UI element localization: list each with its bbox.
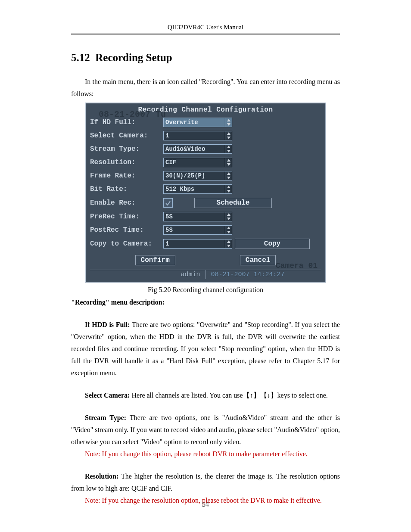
para-select-camera-text: Here all channels are listed. You can us…	[130, 392, 327, 399]
label-select-camera: Select Camera:	[90, 132, 163, 140]
spinner-icon[interactable]	[225, 240, 232, 248]
footer-datetime-text: 08-21-2007 14:24:27	[211, 271, 285, 278]
intro-paragraph: In the main menu, there is an icon calle…	[71, 76, 340, 100]
select-prerec[interactable]: 5S	[163, 212, 232, 221]
spinner-icon[interactable]	[225, 171, 232, 180]
para-stream-type-label: Stream Type:	[85, 414, 126, 421]
svg-marker-4	[227, 146, 230, 148]
svg-marker-9	[227, 177, 230, 179]
svg-marker-6	[227, 159, 230, 162]
svg-marker-15	[227, 231, 230, 233]
label-frame-rate: Frame Rate:	[90, 172, 163, 180]
note-stream-type: Note: If you change this option, please …	[71, 448, 340, 460]
check-icon	[165, 200, 171, 206]
label-stream-type: Stream Type:	[90, 145, 163, 153]
row-prerec: PreRec Time: 5S	[90, 212, 321, 221]
spinner-icon[interactable]	[225, 131, 232, 140]
overlay-date: 08-21-2007 Tu	[99, 109, 166, 119]
row-bit-rate: Bit Rate: 512 Kbps	[90, 184, 321, 194]
svg-marker-17	[227, 245, 230, 247]
page-container: QH32DVR4C User's Manual 5.12 Recording S…	[0, 0, 411, 524]
label-resolution: Resolution:	[90, 159, 163, 166]
select-postrec[interactable]: 5S	[163, 225, 232, 235]
select-if-hd-full[interactable]: Overwrite	[163, 118, 232, 127]
checkbox-enable-rec[interactable]	[163, 198, 173, 208]
para-resolution: Resolution: The higher the resolution is…	[71, 470, 340, 495]
value-frame-rate: 30(N)/25(P)	[165, 172, 205, 179]
para-stream-type: Stream Type: There are two options, one …	[71, 412, 340, 448]
para-hdd-full: If HDD is Full: There are two options: "…	[71, 319, 340, 379]
svg-marker-1	[227, 123, 230, 126]
label-copy-to: Copy to Camera:	[90, 240, 163, 248]
footer-datetime: Camera 01 08-21-2007 14:24:27	[206, 270, 321, 279]
value-bit-rate: 512 Kbps	[165, 186, 194, 193]
para-resolution-label: Resolution:	[85, 473, 118, 480]
svg-marker-16	[227, 240, 230, 243]
cancel-button[interactable]: Cancel	[240, 255, 276, 265]
desc-heading: "Recording" menu description:	[71, 296, 340, 308]
section-number: 5.12	[71, 52, 90, 63]
para-hdd-full-text: There are two options: "Overwrite" and "…	[71, 321, 340, 376]
select-stream-type[interactable]: Audio&Video	[163, 144, 232, 154]
label-bit-rate: Bit Rate:	[90, 185, 163, 193]
row-enable-rec: Enable Rec: Schedule	[90, 198, 321, 208]
label-if-hd-full: If HD Full:	[90, 118, 163, 126]
value-prerec: 5S	[165, 213, 173, 220]
row-resolution: Resolution: CIF	[90, 158, 321, 167]
svg-marker-13	[227, 218, 230, 220]
row-postrec: PostRec Time: 5S	[90, 225, 321, 235]
value-select-camera: 1	[165, 132, 169, 139]
select-bit-rate[interactable]: 512 Kbps	[163, 184, 232, 194]
svg-marker-14	[227, 227, 230, 229]
value-if-hd-full: Overwrite	[165, 119, 198, 126]
value-postrec: 5S	[165, 227, 173, 233]
value-resolution: CIF	[165, 159, 176, 166]
para-hdd-full-label: If HDD is Full:	[85, 321, 130, 328]
svg-marker-7	[227, 163, 230, 166]
row-select-camera: Select Camera: 1	[90, 131, 321, 140]
figure-caption: Fig 5.20 Recording channel configuration	[71, 286, 340, 294]
svg-marker-5	[227, 150, 230, 152]
row-frame-rate: Frame Rate: 30(N)/25(P)	[90, 171, 321, 180]
row-stream-type: Stream Type: Audio&Video	[90, 144, 321, 154]
svg-marker-10	[227, 186, 230, 188]
label-enable-rec: Enable Rec:	[90, 199, 163, 207]
running-header: QH32DVR4C User's Manual	[71, 24, 340, 34]
dvr-screenshot: 08-21-2007 Tu Recording Channel Configur…	[85, 103, 326, 283]
label-postrec: PostRec Time:	[90, 226, 163, 234]
spinner-icon[interactable]	[225, 145, 232, 153]
spinner-icon[interactable]	[225, 185, 232, 193]
dvr-footer: admin Camera 01 08-21-2007 14:24:27	[90, 270, 321, 279]
label-prerec: PreRec Time:	[90, 213, 163, 221]
svg-marker-11	[227, 190, 230, 193]
section-title: Recording Setup	[95, 52, 172, 63]
para-select-camera-label: Select Camera:	[85, 392, 130, 399]
footer-user: admin	[90, 270, 206, 279]
svg-marker-2	[227, 132, 230, 135]
value-copy-to: 1	[165, 240, 169, 247]
page-number: 54	[0, 501, 411, 508]
row-copy-to: Copy to Camera: 1 Copy	[90, 239, 321, 249]
svg-marker-8	[227, 172, 230, 175]
schedule-button[interactable]: Schedule	[194, 198, 272, 208]
spinner-icon[interactable]	[225, 158, 232, 167]
spinner-icon[interactable]	[225, 118, 232, 127]
select-frame-rate[interactable]: 30(N)/25(P)	[163, 171, 232, 180]
select-copy-to[interactable]: 1	[163, 239, 232, 249]
camera-tag: Camera 01	[276, 261, 318, 270]
select-resolution[interactable]: CIF	[163, 158, 232, 167]
svg-marker-3	[227, 137, 230, 139]
para-select-camera: Select Camera: Here all channels are lis…	[71, 389, 340, 401]
section-heading: 5.12 Recording Setup	[71, 52, 340, 64]
svg-marker-12	[227, 213, 230, 216]
select-camera[interactable]: 1	[163, 131, 232, 140]
spinner-icon[interactable]	[225, 212, 232, 221]
confirm-button[interactable]: Confirm	[135, 255, 175, 265]
svg-marker-0	[227, 119, 230, 121]
copy-button[interactable]: Copy	[235, 239, 310, 249]
spinner-icon[interactable]	[225, 226, 232, 234]
value-stream-type: Audio&Video	[165, 146, 205, 152]
